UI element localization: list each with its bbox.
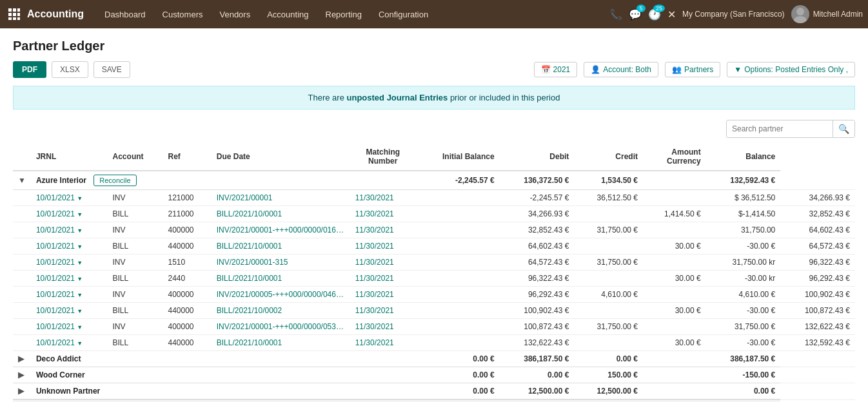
phone-icon[interactable]: 📞: [609, 8, 622, 21]
search-bar-row: 🔍: [13, 120, 855, 138]
jrnl-cell: BILL: [108, 335, 163, 351]
date-cell[interactable]: 10/01/2021: [36, 258, 75, 267]
messages-icon[interactable]: 💬 5: [629, 8, 642, 21]
date-cell[interactable]: 10/01/2021: [36, 306, 75, 315]
debit-cell: 31,750.00 €: [574, 222, 643, 238]
ref-cell[interactable]: BILL/2021/10/0002: [212, 303, 350, 319]
pdf-button[interactable]: PDF: [13, 61, 46, 78]
col-header-amount-currency: AmountCurrency: [643, 143, 706, 171]
grid-icon[interactable]: [5, 5, 23, 23]
balance-cell: 132,592.43 €: [780, 335, 855, 351]
partner-ledger-table: JRNL Account Ref Due Date MatchingNumber…: [13, 143, 855, 402]
date-cell[interactable]: 10/01/2021: [36, 274, 75, 283]
ref-cell[interactable]: BILL/2021/10/0001: [212, 206, 350, 222]
ref-cell[interactable]: INV/2021/00001-315: [212, 254, 350, 271]
search-button[interactable]: 🔍: [833, 120, 854, 137]
matching-cell: [416, 190, 500, 206]
due-date-cell: 11/30/2021: [350, 303, 416, 319]
close-icon[interactable]: ✕: [667, 8, 676, 21]
user-menu[interactable]: Mitchell Admin: [791, 5, 863, 23]
group-debit: 0.00 €: [500, 367, 575, 383]
debit-cell: 36,512.50 €: [574, 190, 643, 206]
nav-configuration[interactable]: Configuration: [371, 6, 436, 23]
matching-cell: [416, 303, 500, 319]
group-amount-currency: [643, 383, 706, 400]
matching-cell: [416, 319, 500, 335]
save-button[interactable]: SAVE: [94, 61, 130, 78]
expand-arrow[interactable]: ▶: [18, 387, 24, 396]
expand-arrow[interactable]: ▶: [18, 370, 24, 379]
svg-rect-0: [8, 8, 12, 12]
date-dropdown-icon[interactable]: ▼: [77, 211, 83, 218]
date-cell[interactable]: 10/01/2021: [36, 338, 75, 347]
initial-balance-cell: 96,292.43 €: [500, 287, 575, 303]
options-filter[interactable]: ▼ Options: Posted Entries Only ,: [727, 62, 855, 77]
year-filter[interactable]: 📅 2021: [534, 62, 578, 77]
app-brand: Accounting: [27, 8, 84, 20]
nav-accounting[interactable]: Accounting: [259, 6, 316, 23]
nav-dashboard[interactable]: Dashboard: [97, 6, 153, 23]
date-dropdown-icon[interactable]: ▼: [77, 308, 83, 314]
search-input-wrap: 🔍: [726, 120, 855, 138]
date-cell[interactable]: 10/01/2021: [36, 225, 75, 235]
date-dropdown-icon[interactable]: ▼: [77, 244, 83, 250]
ref-cell[interactable]: INV/2021/00001: [212, 190, 350, 206]
ref-cell[interactable]: BILL/2021/10/0001: [212, 271, 350, 287]
date-cell[interactable]: 10/01/2021: [36, 209, 75, 218]
ref-cell[interactable]: INV/2021/00001-+++000/0000/0535...: [212, 319, 350, 335]
date-dropdown-icon[interactable]: ▼: [77, 260, 83, 266]
expand-arrow[interactable]: ▶: [18, 354, 24, 363]
group-row: ▼Azure Interior Reconcile-2,245.57 €136,…: [13, 171, 855, 190]
xlsx-button[interactable]: XLSX: [52, 61, 88, 78]
group-credit: 12,500.00 €: [574, 383, 643, 400]
balance-cell: 132,622.43 €: [780, 319, 855, 335]
date-cell[interactable]: 10/01/2021: [36, 290, 75, 299]
debit-cell: 4,610.00 €: [574, 287, 643, 303]
ref-cell[interactable]: INV/2021/00001-+++000/0000/0161...: [212, 222, 350, 238]
clock-icon[interactable]: 🕐 25: [648, 8, 661, 21]
date-dropdown-icon[interactable]: ▼: [77, 195, 83, 202]
search-input[interactable]: [727, 121, 833, 137]
banner-link[interactable]: unposted Journal Entries: [347, 93, 448, 102]
amount-currency-cell: 31,750.00 kr: [706, 254, 781, 271]
credit-cell: 30.00 €: [643, 271, 706, 287]
account-cell: 121000: [163, 190, 211, 206]
group-name: Unknown Partner: [36, 387, 100, 396]
expand-arrow[interactable]: ▼: [18, 176, 26, 185]
date-dropdown-icon[interactable]: ▼: [77, 276, 83, 282]
reconcile-button[interactable]: Reconcile: [94, 175, 136, 186]
group-row: ▶Deco Addict0.00 €386,187.50 €0.00 €386,…: [13, 351, 855, 367]
balance-cell: 64,602.43 €: [780, 222, 855, 238]
debit-cell: 31,750.00 €: [574, 319, 643, 335]
partners-filter[interactable]: 👥 Partners: [665, 62, 720, 77]
ref-cell[interactable]: BILL/2021/10/0001: [212, 238, 350, 254]
jrnl-cell: INV: [108, 254, 163, 271]
balance-cell: 34,266.93 €: [780, 190, 855, 206]
user-name: Mitchell Admin: [813, 10, 863, 19]
total-row: Total-2,245.57 €535,060.00 €14,184.50 €5…: [13, 399, 855, 402]
group-amount-currency: [643, 171, 706, 190]
account-cell: 2440: [163, 271, 211, 287]
date-dropdown-icon[interactable]: ▼: [77, 292, 83, 298]
credit-cell: [643, 190, 706, 206]
date-cell[interactable]: 10/01/2021: [36, 242, 75, 251]
ref-cell[interactable]: INV/2021/00005-+++000/0000/0464...: [212, 287, 350, 303]
balance-cell: 100,902.43 €: [780, 287, 855, 303]
account-filter[interactable]: 👤 Account: Both: [584, 62, 658, 77]
date-dropdown-icon[interactable]: ▼: [77, 324, 83, 330]
date-cell[interactable]: 10/01/2021: [36, 193, 75, 202]
nav-reporting[interactable]: Reporting: [318, 6, 370, 23]
col-header-due-date: Due Date: [212, 143, 350, 171]
date-dropdown-icon[interactable]: ▼: [77, 340, 83, 347]
amount-currency-cell: 31,750.00 €: [706, 319, 781, 335]
svg-rect-6: [8, 17, 12, 20]
credit-cell: 30.00 €: [643, 238, 706, 254]
nav-customers[interactable]: Customers: [155, 6, 211, 23]
date-cell[interactable]: 10/01/2021: [36, 322, 75, 331]
due-date-cell: 11/30/2021: [350, 222, 416, 238]
nav-vendors[interactable]: Vendors: [212, 6, 258, 23]
date-dropdown-icon[interactable]: ▼: [77, 227, 83, 234]
ref-cell[interactable]: BILL/2021/10/0001: [212, 335, 350, 351]
col-header-ref: Ref: [163, 143, 211, 171]
table-row: 10/01/2021 ▼INV121000INV/2021/0000111/30…: [13, 190, 855, 206]
